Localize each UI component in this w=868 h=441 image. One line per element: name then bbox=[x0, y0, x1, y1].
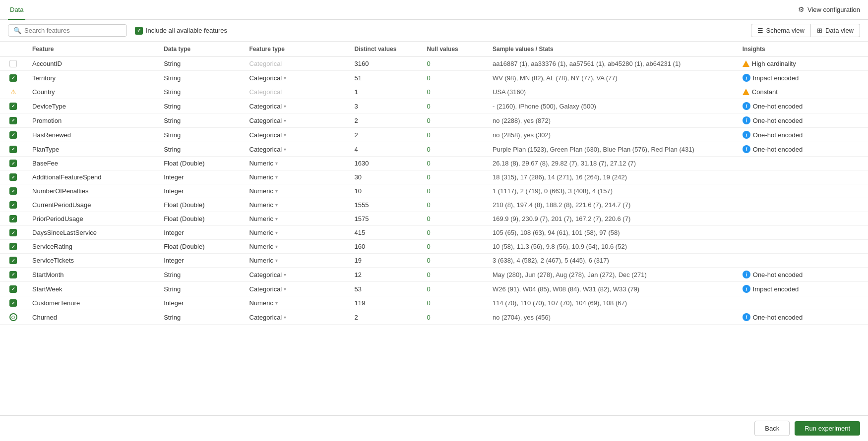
row-checkbox-checked[interactable] bbox=[9, 271, 17, 278]
cell-null: 0 bbox=[421, 157, 487, 170]
row-checkbox-checked[interactable] bbox=[9, 146, 17, 153]
row-checkbox-checked[interactable] bbox=[9, 257, 17, 264]
row-checkbox-checked[interactable] bbox=[9, 215, 17, 222]
search-input[interactable] bbox=[24, 27, 122, 34]
insight-text: One-hot encoded bbox=[753, 131, 803, 139]
back-button[interactable]: Back bbox=[754, 421, 790, 436]
cell-datatype: String bbox=[158, 268, 243, 282]
chevron-down-icon[interactable]: ▾ bbox=[284, 118, 286, 123]
table-row: HasRenewed String Categorical ▾ 2 0 no (… bbox=[0, 128, 868, 142]
include-all-checkbox[interactable]: Include all available features bbox=[135, 27, 227, 35]
insight-cell: i One-hot encoded bbox=[743, 145, 862, 153]
cell-distinct: 19 bbox=[349, 254, 421, 268]
chevron-down-icon[interactable]: ▾ bbox=[275, 216, 278, 221]
cell-insights: i One-hot encoded bbox=[737, 113, 868, 128]
row-checkbox-checked[interactable] bbox=[9, 299, 17, 307]
view-configuration-button[interactable]: ⚙ View configuration bbox=[798, 5, 860, 13]
cell-feature: NumberOfPenalties bbox=[26, 184, 158, 198]
table-header-row: Feature Data type Feature type Distinct … bbox=[0, 42, 868, 57]
cell-featuretype[interactable]: Numeric ▾ bbox=[244, 254, 349, 268]
table-row: NumberOfPenalties Integer Numeric ▾ 10 0… bbox=[0, 184, 868, 198]
cell-featuretype[interactable]: Categorical ▾ bbox=[244, 142, 349, 157]
cell-featuretype[interactable]: Categorical bbox=[244, 57, 349, 71]
row-checkbox-checked[interactable] bbox=[9, 103, 17, 110]
row-checkbox-checked[interactable] bbox=[9, 229, 17, 236]
cell-featuretype[interactable]: Categorical ▾ bbox=[244, 128, 349, 142]
cell-sample: 10 (58), 11.3 (56), 9.8 (56), 10.9 (54),… bbox=[487, 240, 737, 254]
cell-datatype: String bbox=[158, 282, 243, 296]
schema-view-button[interactable]: ☰ Schema view bbox=[751, 24, 811, 37]
cell-feature: AccountID bbox=[26, 57, 158, 71]
row-checkbox-checked[interactable] bbox=[9, 285, 17, 293]
chevron-down-icon[interactable]: ▾ bbox=[275, 300, 278, 306]
search-box[interactable]: 🔍 bbox=[8, 24, 127, 37]
chevron-down-icon[interactable]: ▾ bbox=[284, 132, 286, 138]
data-view-button[interactable]: ⊞ Data view bbox=[811, 24, 860, 37]
cell-sample: - (2160), iPhone (500), Galaxy (500) bbox=[487, 99, 737, 113]
table-row: AccountID String Categorical 3160 0 aa16… bbox=[0, 57, 868, 71]
cell-featuretype[interactable]: Numeric ▾ bbox=[244, 157, 349, 170]
chevron-down-icon[interactable]: ▾ bbox=[275, 174, 278, 180]
feature-type-value: Categorical bbox=[249, 146, 282, 153]
chevron-down-icon[interactable]: ▾ bbox=[275, 188, 278, 194]
cell-featuretype[interactable]: Numeric ▾ bbox=[244, 184, 349, 198]
cell-datatype: String bbox=[158, 99, 243, 113]
cell-null: 0 bbox=[421, 71, 487, 85]
row-checkbox-checked[interactable] bbox=[9, 74, 17, 82]
chevron-down-icon[interactable]: ▾ bbox=[275, 258, 278, 263]
chevron-down-icon[interactable]: ▾ bbox=[284, 104, 286, 109]
row-checkbox-checked[interactable] bbox=[9, 131, 17, 139]
cell-insights: i One-hot encoded bbox=[737, 142, 868, 157]
sliders-icon: ⚙ bbox=[798, 5, 805, 13]
row-checkbox-checked[interactable] bbox=[9, 243, 17, 250]
cell-distinct: 12 bbox=[349, 268, 421, 282]
table-row: CustomerTenure Integer Numeric ▾ 119 0 1… bbox=[0, 296, 868, 310]
feature-type-value: Numeric bbox=[249, 201, 273, 209]
row-checkbox-checked[interactable] bbox=[9, 117, 17, 124]
chevron-down-icon[interactable]: ▾ bbox=[275, 161, 278, 166]
row-checkbox-checked[interactable] bbox=[9, 187, 17, 195]
cell-insights bbox=[737, 296, 868, 310]
chevron-down-icon[interactable]: ▾ bbox=[275, 230, 278, 235]
cell-feature: PlanType bbox=[26, 142, 158, 157]
chevron-down-icon[interactable]: ▾ bbox=[284, 147, 286, 152]
cell-featuretype[interactable]: Categorical bbox=[244, 85, 349, 99]
cell-datatype: String bbox=[158, 57, 243, 71]
chevron-down-icon[interactable]: ▾ bbox=[284, 315, 286, 320]
cell-featuretype[interactable]: Numeric ▾ bbox=[244, 226, 349, 240]
insight-text: High cardinality bbox=[752, 60, 796, 67]
cell-featuretype[interactable]: Numeric ▾ bbox=[244, 240, 349, 254]
cell-featuretype[interactable]: Numeric ▾ bbox=[244, 212, 349, 226]
cell-check bbox=[0, 142, 26, 157]
tab-data[interactable]: Data bbox=[8, 0, 25, 20]
warn-triangle-icon bbox=[743, 60, 749, 67]
cell-featuretype[interactable]: Categorical ▾ bbox=[244, 71, 349, 85]
cell-featuretype[interactable]: Categorical ▾ bbox=[244, 268, 349, 282]
chevron-down-icon[interactable]: ▾ bbox=[284, 286, 286, 292]
cell-featuretype[interactable]: Categorical ▾ bbox=[244, 282, 349, 296]
chevron-down-icon[interactable]: ▾ bbox=[284, 75, 286, 81]
cell-distinct: 30 bbox=[349, 170, 421, 184]
chevron-down-icon[interactable]: ▾ bbox=[275, 244, 278, 249]
cell-distinct: 1630 bbox=[349, 157, 421, 170]
row-checkbox-checked[interactable] bbox=[9, 173, 17, 181]
cell-featuretype[interactable]: Categorical ▾ bbox=[244, 113, 349, 128]
cell-featuretype[interactable]: Categorical ▾ bbox=[244, 99, 349, 113]
chevron-down-icon[interactable]: ▾ bbox=[275, 202, 278, 208]
feature-type-value: Categorical bbox=[249, 271, 282, 278]
row-checkbox-checked[interactable] bbox=[9, 201, 17, 209]
cell-distinct: 415 bbox=[349, 226, 421, 240]
table-row: Territory String Categorical ▾ 51 0 WV (… bbox=[0, 71, 868, 85]
cell-featuretype[interactable]: Numeric ▾ bbox=[244, 198, 349, 212]
run-experiment-button[interactable]: Run experiment bbox=[795, 421, 860, 436]
cell-null: 0 bbox=[421, 268, 487, 282]
row-checkbox-unchecked[interactable] bbox=[9, 60, 17, 67]
cell-datatype: String bbox=[158, 85, 243, 99]
chevron-down-icon[interactable]: ▾ bbox=[284, 272, 286, 277]
cell-datatype: String bbox=[158, 142, 243, 157]
cell-featuretype[interactable]: Numeric ▾ bbox=[244, 170, 349, 184]
row-checkbox-checked[interactable] bbox=[9, 160, 17, 167]
cell-featuretype[interactable]: Numeric ▾ bbox=[244, 296, 349, 310]
cell-featuretype[interactable]: Categorical ▾ bbox=[244, 310, 349, 325]
toolbar: 🔍 Include all available features ☰ Schem… bbox=[0, 20, 868, 42]
